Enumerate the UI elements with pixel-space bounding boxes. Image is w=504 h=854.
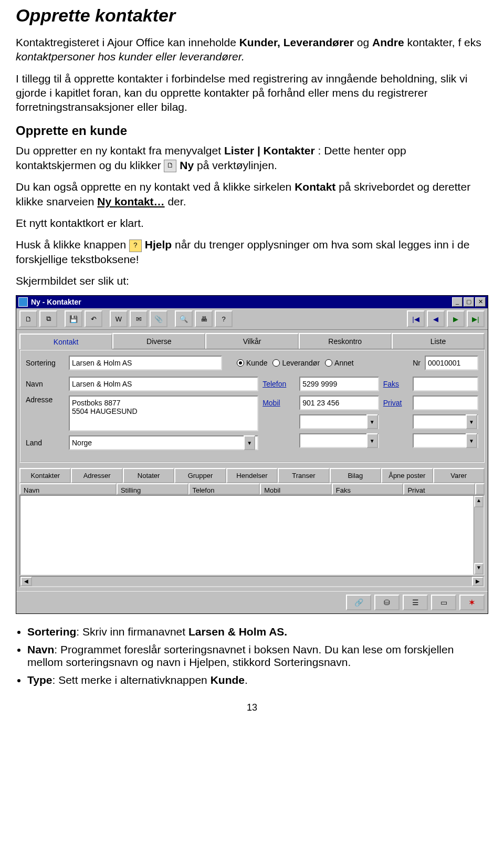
word-icon: W [114, 315, 123, 323]
type-annet-radio[interactable]: Annet [325, 359, 354, 367]
mail-button[interactable]: ✉ [130, 310, 148, 327]
subtab-varer[interactable]: Varer [433, 468, 485, 483]
radio-dot-icon [237, 359, 244, 367]
bottom-delete-button[interactable]: ✶ [459, 595, 485, 610]
subtab-transer[interactable]: Transer [278, 468, 329, 483]
minimize-button[interactable]: _ [452, 297, 463, 307]
tree-icon: ⛁ [384, 598, 390, 607]
extra-combo-2[interactable]: ▼ [299, 433, 379, 448]
toolbar: 🗋 ⧉ 💾 ↶ W ✉ 📎 🔍 🖶 ? |◀ ◀ ▶ ▶| [16, 308, 488, 330]
radio-dot-icon [325, 359, 332, 367]
dropdown-arrow-icon[interactable]: ▼ [244, 435, 255, 450]
text: . [245, 674, 248, 686]
mobil-label[interactable]: Mobil [262, 399, 295, 407]
undo-button[interactable]: ↶ [85, 310, 102, 327]
faks-input[interactable] [413, 377, 478, 391]
privat-input[interactable] [413, 395, 478, 410]
col-navn[interactable]: Navn [19, 483, 117, 495]
grid-body[interactable]: ▲ ▼ [19, 495, 485, 576]
prev-button[interactable]: ◀ [427, 310, 445, 327]
vertical-scrollbar[interactable]: ▲ ▼ [474, 496, 484, 575]
scroll-left-button[interactable]: ◀ [20, 577, 32, 586]
mobil-input[interactable]: 901 23 456 [299, 395, 379, 410]
telefon-input[interactable]: 5299 9999 [299, 377, 379, 391]
dropdown-arrow-icon[interactable]: ▼ [366, 433, 378, 448]
para-4: Du kan også opprette en ny kontakt ved å… [16, 180, 488, 209]
maximize-button[interactable]: ▢ [464, 297, 474, 307]
bottom-tree-button[interactable]: ⛁ [374, 595, 400, 610]
tab-liste[interactable]: Liste [392, 333, 485, 349]
last-button[interactable]: ▶| [467, 310, 485, 327]
col-faks[interactable]: Faks [332, 483, 404, 495]
type-leverandor-radio[interactable]: Leverandør [272, 359, 320, 367]
privat-label[interactable]: Privat [383, 399, 408, 407]
subtab-kontakter[interactable]: Kontakter [19, 468, 71, 483]
horizontal-scrollbar[interactable]: ◀ ▶ [19, 576, 485, 587]
col-mobil[interactable]: Mobil [260, 483, 332, 495]
list-icon: ☰ [412, 598, 419, 607]
text-bold: Hjelp [145, 238, 172, 251]
new-button[interactable]: 🗋 [19, 310, 37, 327]
text-bold: Navn [27, 643, 54, 655]
text-bold: Type [27, 674, 52, 686]
subtab-notater[interactable]: Notater [123, 468, 174, 483]
help-toolbar-icon: ? [219, 315, 228, 323]
text-bold: Kunder, Leverandører [239, 36, 354, 48]
tab-diverse[interactable]: Diverse [112, 333, 205, 349]
help-button[interactable]: ? [215, 310, 233, 327]
subtab-apne-poster[interactable]: Åpne poster [381, 468, 433, 483]
extra-combo-3[interactable]: ▼ [413, 414, 478, 429]
tab-reskontro[interactable]: Reskontro [299, 333, 392, 349]
text: på verktøylinjen. [197, 159, 277, 171]
adresse-input[interactable]: Postboks 8877 5504 HAUGESUND [69, 395, 258, 431]
close-button[interactable]: ✕ [475, 297, 486, 307]
text-bold: Kontakt [295, 181, 335, 193]
subtab-grupper[interactable]: Grupper [174, 468, 226, 483]
text: kontakter, f eks [407, 36, 481, 48]
tab-kontakt[interactable]: Kontakt [19, 334, 112, 349]
tab-vilkar[interactable]: Vilkår [205, 333, 298, 349]
scroll-right-button[interactable]: ▶ [472, 577, 484, 586]
dropdown-arrow-icon[interactable]: ▼ [466, 433, 477, 448]
word-button[interactable]: W [110, 310, 128, 327]
para-2: I tillegg til å opprette kontakter i for… [16, 71, 488, 114]
adresse-label: Adresse [26, 395, 65, 404]
navn-label: Navn [26, 380, 65, 388]
text-italic: kontaktpersoner hos kunder eller leveran… [16, 50, 245, 63]
save-button[interactable]: 💾 [65, 310, 82, 327]
bottom-link-button[interactable]: 🔗 [346, 595, 371, 610]
extra-combo-1[interactable]: ▼ [299, 414, 379, 429]
extra-combo-4[interactable]: ▼ [413, 433, 478, 448]
last-icon: ▶| [471, 315, 480, 323]
subtab-hendelser[interactable]: Hendelser [226, 468, 278, 483]
col-privat[interactable]: Privat [403, 483, 475, 495]
sortering-input[interactable]: Larsen & Holm AS [69, 356, 222, 370]
navn-input[interactable]: Larsen & Holm AS [69, 377, 258, 391]
copy-button[interactable]: ⧉ [39, 310, 57, 327]
dropdown-arrow-icon[interactable]: ▼ [366, 414, 378, 429]
bottom-list-button[interactable]: ☰ [403, 595, 428, 610]
subtab-adresser[interactable]: Adresser [71, 468, 122, 483]
next-button[interactable]: ▶ [447, 310, 465, 327]
scroll-down-button[interactable]: ▼ [474, 563, 484, 575]
text: der. [167, 195, 186, 207]
radio-label: Annet [334, 359, 354, 367]
type-kunde-radio[interactable]: Kunde [237, 359, 267, 367]
title-bar: Ny - Kontakter _ ▢ ✕ [16, 296, 488, 308]
first-button[interactable]: |◀ [407, 310, 425, 327]
bottom-card-button[interactable]: ▭ [431, 595, 456, 610]
print-button[interactable]: 🖶 [195, 310, 213, 327]
col-stilling[interactable]: Stilling [117, 483, 188, 495]
land-input[interactable]: Norge ▼ [69, 435, 258, 450]
dropdown-arrow-icon[interactable]: ▼ [466, 414, 477, 429]
land-label: Land [26, 439, 65, 447]
nr-input[interactable]: 00010001 [425, 356, 478, 370]
save-icon: 💾 [69, 315, 78, 323]
print-preview-button[interactable]: 🔍 [175, 310, 193, 327]
attach-button[interactable]: 📎 [150, 310, 167, 327]
faks-label[interactable]: Faks [383, 380, 408, 388]
col-telefon[interactable]: Telefon [188, 483, 260, 495]
scroll-up-button[interactable]: ▲ [474, 496, 484, 507]
telefon-label[interactable]: Telefon [262, 380, 295, 388]
subtab-bilag[interactable]: Bilag [330, 468, 381, 483]
